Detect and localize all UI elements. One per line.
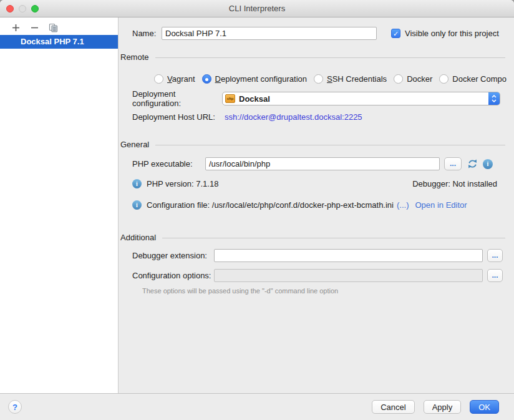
interpreter-settings-panel: Name: ✓ Visible only for this project Re… bbox=[119, 17, 514, 393]
general-section-separator: General bbox=[120, 140, 505, 149]
deployment-host-url-link[interactable]: ssh://docker@drupaltest.docksal:2225 bbox=[225, 112, 362, 122]
help-button[interactable]: ? bbox=[8, 400, 22, 414]
open-in-editor-link[interactable]: Open in Editor bbox=[415, 200, 467, 210]
radio-button-icon[interactable] bbox=[202, 74, 211, 84]
configuration-options-label: Configuration options: bbox=[132, 271, 214, 280]
debugger-extension-browse-button[interactable]: ... bbox=[487, 249, 503, 262]
configuration-file-more-link[interactable]: (...) bbox=[397, 200, 409, 210]
reload-phpinfo-button[interactable] bbox=[467, 159, 478, 169]
remote-type-radio-row: Vagrant Deployment configuration SSH Cre… bbox=[154, 74, 514, 84]
add-interpreter-button[interactable] bbox=[11, 22, 21, 32]
footer-buttons: Cancel Apply OK bbox=[372, 400, 499, 414]
debugger-extension-row: Debugger extension: ... bbox=[132, 249, 503, 262]
radio-deployment-configuration[interactable]: Deployment configuration bbox=[202, 74, 307, 84]
deployment-host-url-row: Deployment Host URL: ssh://docker@drupal… bbox=[132, 112, 500, 122]
remove-interpreter-button[interactable] bbox=[29, 22, 39, 32]
apply-button[interactable]: Apply bbox=[424, 400, 462, 414]
copy-interpreter-button[interactable] bbox=[48, 22, 58, 32]
visible-project-checkbox-label: Visible only for this project bbox=[405, 29, 499, 38]
visible-project-checkbox-group[interactable]: ✓ Visible only for this project bbox=[391, 29, 499, 38]
window-controls bbox=[6, 5, 39, 12]
php-executable-browse-button[interactable]: ... bbox=[444, 157, 462, 170]
deployment-configuration-label: Deployment configuration: bbox=[132, 89, 222, 108]
dialog-body: Docksal PHP 7.1 Name: ✓ Visible only for… bbox=[0, 17, 514, 393]
checkbox-checked-icon[interactable]: ✓ bbox=[391, 29, 400, 38]
cli-interpreters-dialog: CLI Interpreters Docksal bbox=[0, 0, 514, 420]
separator-line bbox=[155, 145, 505, 145]
configuration-file-text: Configuration file: /usr/local/etc/php/c… bbox=[147, 200, 394, 210]
info-icon: i bbox=[132, 179, 142, 188]
php-executable-label: PHP executable: bbox=[132, 159, 205, 168]
configuration-options-row: Configuration options: ... bbox=[132, 269, 503, 282]
remote-section-separator: Remote bbox=[120, 52, 505, 61]
options-hint-text: These options will be passed using the "… bbox=[142, 287, 338, 295]
separator-line bbox=[162, 238, 505, 238]
chevron-down-icon bbox=[492, 99, 497, 102]
interpreter-list-toolbar bbox=[0, 17, 118, 35]
deployment-host-url-label: Deployment Host URL: bbox=[132, 112, 222, 122]
debugger-extension-label: Debugger extension: bbox=[132, 251, 214, 260]
debugger-extension-input[interactable] bbox=[214, 249, 483, 262]
minimize-window-button bbox=[19, 5, 26, 12]
additional-section-label: Additional bbox=[120, 233, 156, 242]
name-input[interactable] bbox=[162, 27, 377, 40]
radio-docker[interactable]: Docker bbox=[394, 74, 432, 84]
copy-icon bbox=[49, 23, 58, 32]
zoom-window-button[interactable] bbox=[31, 5, 39, 12]
php-version-text: PHP version: 7.1.18 bbox=[147, 179, 218, 188]
radio-vagrant[interactable]: Vagrant bbox=[154, 74, 195, 84]
minus-icon bbox=[31, 24, 39, 32]
sftp-server-icon: sftp bbox=[225, 94, 235, 103]
refresh-icon bbox=[467, 159, 478, 169]
deployment-configuration-row: Deployment configuration: sftp Docksal bbox=[132, 92, 500, 105]
radio-ssh-credentials[interactable]: SSH Credentials bbox=[314, 74, 387, 84]
radio-docker-compose[interactable]: Docker Compo bbox=[439, 74, 507, 84]
cancel-button[interactable]: Cancel bbox=[372, 400, 414, 414]
chevron-up-icon bbox=[492, 95, 497, 98]
additional-section-separator: Additional bbox=[120, 233, 505, 242]
php-version-row: i PHP version: 7.1.18 Debugger: Not inst… bbox=[132, 178, 497, 188]
close-window-button[interactable] bbox=[6, 5, 14, 12]
configuration-options-browse-button[interactable]: ... bbox=[487, 269, 503, 282]
radio-button-icon[interactable] bbox=[154, 74, 163, 84]
deployment-configuration-select[interactable]: sftp Docksal bbox=[222, 92, 500, 105]
ok-button[interactable]: OK bbox=[470, 400, 499, 414]
interpreter-list-item[interactable]: Docksal PHP 7.1 bbox=[0, 35, 118, 49]
titlebar: CLI Interpreters bbox=[0, 0, 514, 17]
php-executable-row: PHP executable: ... i bbox=[132, 157, 493, 170]
window-title: CLI Interpreters bbox=[229, 4, 285, 13]
plus-icon bbox=[12, 24, 20, 32]
radio-button-icon[interactable] bbox=[314, 74, 323, 84]
options-hint-row: These options will be passed using the "… bbox=[142, 286, 500, 295]
debugger-status-text: Debugger: Not installed bbox=[412, 179, 497, 188]
general-section-label: General bbox=[120, 140, 149, 149]
interpreter-list-panel: Docksal PHP 7.1 bbox=[0, 17, 119, 393]
show-phpinfo-button[interactable]: i bbox=[483, 159, 493, 169]
separator-line bbox=[155, 57, 505, 58]
configuration-file-row: i Configuration file: /usr/local/etc/php… bbox=[132, 200, 508, 210]
info-icon: i bbox=[132, 200, 142, 210]
configuration-options-input bbox=[214, 269, 483, 282]
name-row: Name: ✓ Visible only for this project bbox=[132, 27, 500, 40]
name-label: Name: bbox=[132, 29, 162, 38]
combo-stepper[interactable] bbox=[488, 92, 500, 105]
remote-section-label: Remote bbox=[120, 52, 149, 62]
radio-button-icon[interactable] bbox=[439, 74, 449, 84]
dialog-footer: ? Cancel Apply OK bbox=[0, 393, 514, 420]
php-executable-input[interactable] bbox=[205, 157, 440, 170]
radio-button-icon[interactable] bbox=[394, 74, 403, 84]
deployment-configuration-value: Docksal bbox=[239, 94, 270, 104]
